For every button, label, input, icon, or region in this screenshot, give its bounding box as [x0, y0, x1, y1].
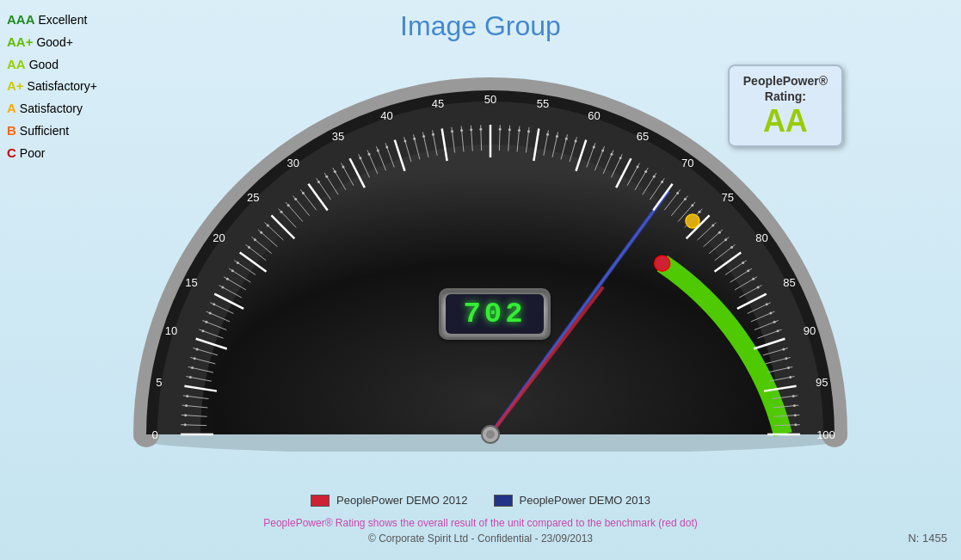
legend-label-c: Poor	[20, 144, 46, 164]
legend-item-aplus: A+ Satisfactory+	[7, 75, 97, 97]
rating-box-value: AA	[743, 104, 828, 138]
footer-n-value: N: 1455	[908, 532, 947, 545]
legend-item-c: C Poor	[7, 142, 97, 164]
legend-label-aaplus: Good+	[36, 33, 72, 53]
legend-item-2013: PeoplePower DEMO 2013	[494, 494, 650, 507]
legend-color-2013	[494, 495, 513, 507]
page-title: Image Group	[0, 0, 961, 49]
legend-label-aplus: Satisfactory+	[28, 77, 97, 97]
legend-item-aa: AA Good	[7, 53, 97, 76]
footer-pink-text: PeoplePower® Rating shows the overall re…	[0, 517, 961, 529]
footer-gray-text: © Corporate Spirit Ltd - Confidential - …	[0, 532, 961, 545]
page-container: Image Group AAA Excellent AA+ Good+ AA G…	[0, 0, 961, 560]
legend-item-a: A Satisfactory	[7, 97, 97, 120]
legend-label-aaa: Excellent	[39, 10, 88, 31]
rating-box-title: PeoplePower®Rating:	[743, 73, 828, 104]
svg-point-1	[655, 255, 670, 271]
legend-item-2012: PeoplePower DEMO 2012	[311, 494, 467, 507]
bottom-legend: PeoplePower DEMO 2012 PeoplePower DEMO 2…	[0, 494, 961, 507]
svg-point-7	[486, 430, 495, 439]
legend-rating-aa: AA	[7, 53, 26, 76]
legend-label-2012: PeoplePower DEMO 2012	[336, 494, 467, 507]
legend-item-aaa: AAA Excellent	[7, 9, 97, 31]
legend-rating-b: B	[7, 120, 16, 142]
rating-legend: AAA Excellent AA+ Good+ AA Good A+ Satis…	[7, 9, 97, 164]
gauge-area: 702 PeoplePower®Rating: AA	[120, 47, 869, 486]
legend-label-2013: PeoplePower DEMO 2013	[520, 494, 650, 507]
legend-item-aaplus: AA+ Good+	[7, 31, 97, 53]
legend-rating-c: C	[7, 142, 16, 164]
legend-rating-aaa: AAA	[7, 9, 35, 31]
digital-value: 702	[446, 294, 544, 334]
legend-rating-aplus: A+	[7, 75, 24, 97]
svg-point-2	[686, 214, 699, 228]
legend-item-b: B Sufficient	[7, 120, 97, 142]
legend-label-a: Satisfactory	[20, 99, 83, 120]
legend-color-2012	[311, 495, 330, 507]
legend-rating-aaplus: AA+	[7, 31, 33, 53]
legend-label-b: Sufficient	[20, 121, 69, 142]
digital-display: 702	[439, 288, 551, 340]
legend-label-aa: Good	[29, 55, 59, 76]
rating-box: PeoplePower®Rating: AA	[728, 65, 843, 147]
legend-rating-a: A	[7, 97, 16, 120]
